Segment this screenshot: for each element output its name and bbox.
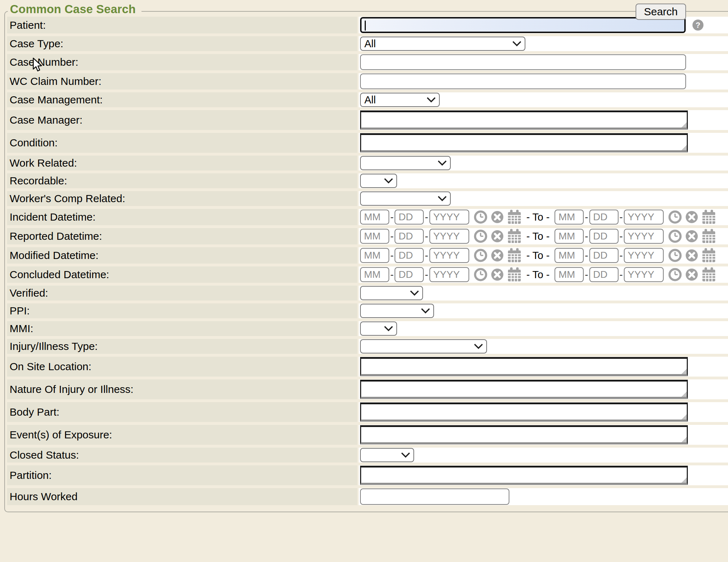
resize-grip-icon[interactable] xyxy=(681,414,687,420)
calendar-icon[interactable] xyxy=(507,267,521,282)
modified-datetime-to-year-input[interactable] xyxy=(624,248,664,263)
search-form: Patient:?Case Type:AllCase Number:WC Cla… xyxy=(7,17,728,505)
clock-icon[interactable] xyxy=(474,229,487,243)
form-row-reported-datetime: Reported Datetime:--- To --- xyxy=(7,228,728,244)
label-case-number: Case Number: xyxy=(7,54,357,70)
chevron-down-icon xyxy=(410,290,419,296)
calendar-icon[interactable] xyxy=(702,248,716,263)
date-separator: - xyxy=(390,250,394,261)
case-number-input[interactable] xyxy=(360,54,686,70)
reported-datetime-to-year-input[interactable] xyxy=(624,229,664,244)
clear-icon[interactable] xyxy=(685,249,698,262)
reported-datetime-from-day-input[interactable] xyxy=(395,229,424,244)
calendar-icon[interactable] xyxy=(507,228,521,244)
clock-icon[interactable] xyxy=(668,268,682,281)
calendar-icon[interactable] xyxy=(702,228,716,244)
modified-datetime-to-day-input[interactable] xyxy=(589,248,619,263)
body-part-textarea[interactable] xyxy=(360,402,688,422)
label-case-management: Case Management: xyxy=(7,92,357,107)
on-site-location-textarea[interactable] xyxy=(360,357,688,376)
injury-illness-type-select[interactable] xyxy=(360,339,487,353)
label-mmi: MMI: xyxy=(7,321,357,336)
concluded-datetime-from-year-input[interactable] xyxy=(429,267,469,282)
calendar-icon[interactable] xyxy=(702,209,716,225)
search-button[interactable]: Search xyxy=(636,4,686,20)
reported-datetime-from-month-input[interactable] xyxy=(360,229,389,244)
concluded-datetime-from-day-input[interactable] xyxy=(395,267,424,282)
recordable-select[interactable] xyxy=(360,174,397,188)
calendar-icon[interactable] xyxy=(507,248,521,263)
concluded-datetime-range: --- To --- xyxy=(360,267,716,282)
label-nature-of-injury-or-illness: Nature Of Injury or Illness: xyxy=(7,379,357,399)
verified-select[interactable] xyxy=(360,286,423,300)
clear-icon[interactable] xyxy=(685,229,698,243)
clear-icon[interactable] xyxy=(685,268,698,281)
incident-datetime-to-year-input[interactable] xyxy=(624,210,664,225)
form-row-closed-status: Closed Status: xyxy=(7,448,728,463)
modified-datetime-from-day-input[interactable] xyxy=(395,248,424,263)
clock-icon[interactable] xyxy=(474,249,487,262)
form-row-recordable: Recordable: xyxy=(7,173,728,188)
mmi-select[interactable] xyxy=(360,321,397,336)
case-management-select[interactable]: All xyxy=(360,93,440,107)
concluded-datetime-to-day-input[interactable] xyxy=(589,267,619,282)
reported-datetime-to-day-input[interactable] xyxy=(589,229,619,244)
concluded-datetime-to-month-input[interactable] xyxy=(555,267,584,282)
partition-textarea[interactable] xyxy=(360,466,688,485)
incident-datetime-from-month-input[interactable] xyxy=(360,210,389,225)
resize-grip-icon[interactable] xyxy=(681,391,687,397)
resize-grip-icon[interactable] xyxy=(681,145,687,150)
calendar-icon[interactable] xyxy=(702,267,716,282)
modified-datetime-from-month-input[interactable] xyxy=(360,248,389,263)
work-related-select[interactable] xyxy=(360,156,451,170)
wc-claim-number-input[interactable] xyxy=(360,74,686,89)
reported-datetime-from-year-input[interactable] xyxy=(429,229,469,244)
modified-datetime-to-month-input[interactable] xyxy=(555,248,584,263)
reported-datetime-from-date-group: -- xyxy=(360,228,521,244)
concluded-datetime-to-year-input[interactable] xyxy=(624,267,664,282)
clear-icon[interactable] xyxy=(491,229,504,243)
form-row-case-type: Case Type:All xyxy=(7,36,728,51)
to-label: - To - xyxy=(526,211,550,223)
date-separator: - xyxy=(585,250,588,261)
label-text: Incident Datetime: xyxy=(10,211,96,223)
date-separator: - xyxy=(620,211,623,223)
reported-datetime-range: --- To --- xyxy=(360,228,716,244)
modified-datetime-from-year-input[interactable] xyxy=(429,248,469,263)
label-text: MMI: xyxy=(10,323,33,335)
clock-icon[interactable] xyxy=(668,210,682,224)
resize-grip-icon[interactable] xyxy=(681,369,687,374)
nature-of-injury-or-illness-textarea[interactable] xyxy=(360,380,688,399)
incident-datetime-to-day-input[interactable] xyxy=(589,210,619,225)
hours-worked-input[interactable] xyxy=(360,488,509,505)
form-row-ppi: PPI: xyxy=(7,303,728,318)
calendar-icon[interactable] xyxy=(507,209,521,225)
form-row-work-related: Work Related: xyxy=(7,156,728,171)
incident-datetime-to-month-input[interactable] xyxy=(555,210,584,225)
worker-s-comp-related-select[interactable] xyxy=(360,191,451,206)
resize-grip-icon[interactable] xyxy=(681,122,687,128)
label-text: Hours Worked xyxy=(10,491,77,503)
clock-icon[interactable] xyxy=(668,229,682,243)
clear-icon[interactable] xyxy=(491,268,504,281)
clear-icon[interactable] xyxy=(491,249,504,262)
concluded-datetime-from-month-input[interactable] xyxy=(360,267,389,282)
clear-icon[interactable] xyxy=(685,210,698,224)
clock-icon[interactable] xyxy=(668,249,682,262)
event-s-of-exposure-textarea[interactable] xyxy=(360,425,688,444)
condition-textarea[interactable] xyxy=(360,133,688,152)
label-text: Nature Of Injury or Illness: xyxy=(10,383,133,395)
resize-grip-icon[interactable] xyxy=(681,477,687,483)
closed-status-select[interactable] xyxy=(360,448,414,462)
incident-datetime-from-day-input[interactable] xyxy=(395,210,424,225)
clock-icon[interactable] xyxy=(474,268,487,281)
case-type-select[interactable]: All xyxy=(360,37,525,51)
reported-datetime-to-month-input[interactable] xyxy=(555,229,584,244)
case-manager-textarea[interactable] xyxy=(360,110,688,130)
incident-datetime-from-year-input[interactable] xyxy=(429,210,469,225)
help-icon[interactable]: ? xyxy=(692,20,703,31)
ppi-select[interactable] xyxy=(360,304,434,318)
resize-grip-icon[interactable] xyxy=(681,437,687,442)
clock-icon[interactable] xyxy=(474,210,487,224)
clear-icon[interactable] xyxy=(491,210,504,224)
